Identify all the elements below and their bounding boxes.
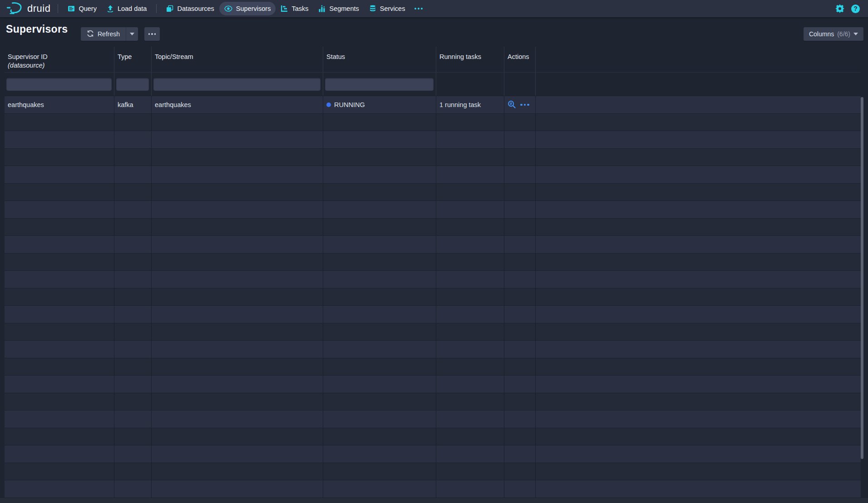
table-row-empty [5, 271, 861, 288]
table-row-empty [5, 393, 861, 411]
nav-item-segments[interactable]: Segments [313, 2, 364, 15]
nav-item-query[interactable]: Query [63, 2, 102, 15]
search-detail-icon[interactable] [508, 100, 516, 109]
cell-topic-stream[interactable]: earthquakes [152, 96, 323, 113]
nav-item-supervisors[interactable]: Supervisors [219, 2, 276, 15]
more-actions-icon[interactable] [520, 104, 529, 106]
tasks-icon [281, 5, 288, 12]
column-header-running-tasks[interactable]: Running tasks [436, 47, 504, 72]
nav-divider [58, 4, 58, 13]
nav-label: Services [380, 5, 405, 12]
more-icon[interactable] [410, 5, 427, 13]
table-row-empty [5, 428, 861, 446]
query-icon [68, 5, 75, 12]
table-row-empty [5, 341, 861, 358]
table-row-empty [5, 114, 861, 132]
table-row-empty [5, 323, 861, 341]
column-header-supervisor-id[interactable]: Supervisor ID (datasource) [5, 47, 114, 72]
header-more-button[interactable] [144, 27, 160, 41]
table-row-empty [5, 131, 861, 149]
brand-wordmark: druid [27, 3, 50, 15]
cell-supervisor-id[interactable]: earthquakes [5, 96, 114, 113]
filter-status-input[interactable] [325, 78, 434, 91]
services-icon [369, 5, 376, 12]
segments-icon [318, 5, 326, 12]
cell-actions [504, 96, 536, 113]
vertical-scrollbar-thumb[interactable] [861, 97, 863, 459]
druid-logo[interactable]: druid [5, 1, 53, 16]
table-row-empty [5, 166, 861, 184]
supervisor-row-earthquakes[interactable]: earthquakes kafka earthquakes RUNNING 1 … [5, 96, 861, 114]
refresh-icon [87, 30, 94, 39]
cell-running-tasks[interactable]: 1 running task [436, 96, 504, 113]
column-subheader-datasource: (datasource) [8, 61, 112, 70]
table-row-empty [5, 463, 861, 481]
column-header-topic-stream[interactable]: Topic/Stream [152, 47, 323, 72]
horizontal-scrollbar-track[interactable] [0, 498, 868, 503]
top-navbar: druid Query Load data Datasources [0, 0, 868, 17]
nav-item-tasks[interactable]: Tasks [276, 2, 313, 15]
chevron-down-icon [130, 33, 134, 35]
supervisors-table: Supervisor ID (datasource) Type Topic/St… [5, 47, 861, 498]
table-row-empty [5, 149, 861, 166]
table-row-empty [5, 236, 861, 254]
chevron-down-icon [853, 33, 858, 35]
table-row-empty [5, 410, 861, 428]
table-row-empty [5, 306, 861, 323]
nav-item-datasources[interactable]: Datasources [161, 2, 219, 15]
columns-dropdown-button[interactable]: Columns (6/6) [804, 27, 863, 41]
table-row-empty [5, 480, 861, 498]
nav-label: Query [79, 5, 97, 12]
table-row-empty [5, 358, 861, 376]
columns-label: Columns [809, 30, 834, 38]
druid-console: druid Query Load data Datasources [0, 0, 868, 503]
nav-label: Load data [118, 5, 147, 12]
column-header-type[interactable]: Type [114, 47, 152, 72]
cell-filler [536, 96, 861, 113]
cell-status[interactable]: RUNNING [323, 96, 436, 113]
nav-label: Tasks [291, 5, 308, 12]
columns-count: (6/6) [837, 30, 850, 38]
settings-gear-icon[interactable] [835, 4, 844, 13]
filter-type-input[interactable] [116, 78, 149, 91]
table-row-empty [5, 219, 861, 236]
table-row-empty [5, 254, 861, 271]
table-row-empty [5, 184, 861, 201]
druid-logo-icon [6, 1, 24, 16]
table-filter-row [5, 73, 861, 96]
supervisors-eye-icon [224, 5, 232, 12]
table-row-empty [5, 445, 861, 463]
column-header-actions[interactable]: Actions [504, 47, 536, 72]
nav-label: Segments [329, 5, 359, 12]
refresh-interval-dropdown[interactable] [126, 27, 138, 41]
nav-label: Supervisors [236, 5, 271, 12]
navbar-right: ? [835, 4, 863, 13]
page-title: Supervisors [6, 23, 68, 35]
status-label: RUNNING [334, 101, 365, 108]
table-body: earthquakes kafka earthquakes RUNNING 1 … [5, 96, 861, 498]
filter-topic-stream-input[interactable] [153, 78, 321, 91]
table-header-row: Supervisor ID (datasource) Type Topic/St… [5, 47, 861, 73]
table-row-empty [5, 201, 861, 219]
nav-divider [156, 4, 157, 13]
refresh-button-group: Refresh [81, 27, 138, 41]
table-row-empty [5, 376, 861, 393]
load-data-icon [107, 5, 114, 12]
column-header-status[interactable]: Status [323, 47, 436, 72]
table-row-empty [5, 288, 861, 306]
nav-item-services[interactable]: Services [364, 2, 410, 15]
help-icon[interactable]: ? [851, 5, 860, 13]
status-running-dot [326, 103, 331, 107]
datasources-icon [166, 5, 173, 12]
nav-label: Datasources [177, 5, 214, 12]
nav-item-load-data[interactable]: Load data [102, 2, 152, 15]
page-header: Supervisors Refresh Columns [0, 17, 868, 47]
cell-type[interactable]: kafka [114, 96, 152, 113]
refresh-label: Refresh [98, 30, 120, 38]
column-header-filler [536, 47, 861, 72]
filter-supervisor-id-input[interactable] [6, 78, 112, 91]
refresh-button[interactable]: Refresh [81, 27, 126, 41]
